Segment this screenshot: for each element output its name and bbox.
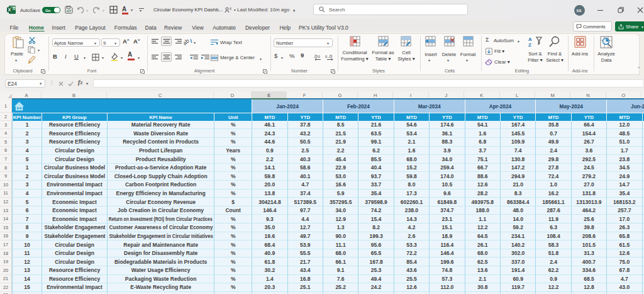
- svg-text:Z: Z: [528, 42, 531, 48]
- svg-text:R: R: [230, 8, 231, 11]
- svg-text:.0: .0: [328, 54, 333, 59]
- svg-text:A: A: [528, 37, 532, 42]
- svg-text:ab: ab: [184, 38, 191, 46]
- svg-text:X: X: [8, 7, 11, 13]
- svg-text:0: 0: [325, 55, 328, 59]
- svg-text:0: 0: [318, 55, 321, 59]
- svg-text:.0: .0: [313, 54, 318, 59]
